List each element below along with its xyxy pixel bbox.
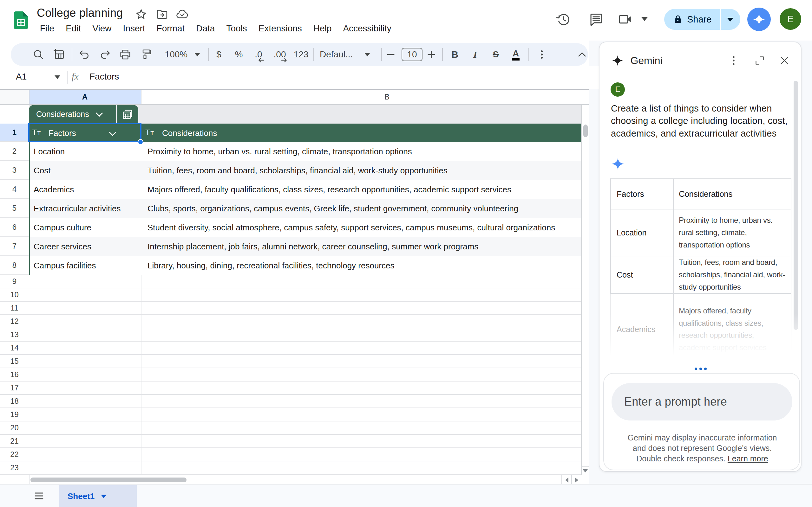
cell-A8[interactable]: Campus facilities — [34, 256, 96, 275]
meet-video-icon[interactable] — [617, 11, 633, 27]
cell-A4[interactable]: Academics — [34, 180, 74, 199]
menu-data[interactable]: Data — [190, 21, 220, 36]
zoom-dropdown-arrow[interactable] — [194, 53, 200, 56]
empty-row-21[interactable] — [29, 435, 581, 448]
expand-panel-icon[interactable] — [754, 55, 766, 66]
format-currency-button[interactable]: $ — [210, 43, 228, 66]
decrease-decimals-button[interactable]: .0 — [250, 43, 267, 66]
cell-B6[interactable]: Student diversity, social atmosphere, ca… — [148, 218, 555, 237]
column-header-a[interactable]: A — [29, 90, 141, 104]
namebox-dropdown-arrow[interactable] — [55, 75, 60, 79]
row-header-4[interactable]: 4 — [0, 180, 29, 199]
account-avatar[interactable]: E — [780, 8, 801, 30]
decrease-font-size-button[interactable] — [383, 43, 398, 66]
cell-A7[interactable]: Career services — [34, 237, 91, 256]
row-header-5[interactable]: 5 — [0, 199, 29, 218]
empty-row-14[interactable] — [29, 342, 581, 355]
menu-edit[interactable]: Edit — [60, 21, 87, 36]
empty-row-10[interactable] — [29, 288, 581, 302]
row-header-2[interactable]: 2 — [0, 142, 29, 161]
row-header-20[interactable]: 20 — [0, 421, 29, 435]
row-header-16[interactable]: 16 — [0, 368, 29, 382]
horizontal-scroll-thumb[interactable] — [31, 477, 187, 482]
all-sheets-menu-icon[interactable] — [35, 492, 44, 500]
row-header-17[interactable]: 17 — [0, 382, 29, 395]
increase-decimals-button[interactable]: .00 — [270, 43, 290, 66]
format-percent-button[interactable]: % — [230, 43, 248, 66]
row-header-10[interactable]: 10 — [0, 288, 29, 302]
menu-extensions[interactable]: Extensions — [253, 21, 308, 36]
gemini-button[interactable] — [747, 8, 771, 31]
empty-row-9[interactable] — [29, 275, 581, 288]
menu-insert[interactable]: Insert — [117, 21, 151, 36]
row-header-19[interactable]: 19 — [0, 408, 29, 421]
sheet-row-6[interactable]: Campus cultureStudent diversity, social … — [29, 218, 581, 237]
menu-file[interactable]: File — [34, 21, 60, 36]
row-header-11[interactable]: 11 — [0, 302, 29, 315]
cell-B8[interactable]: Library, housing, dining, recreational f… — [148, 256, 395, 275]
hide-menus-button[interactable] — [573, 43, 591, 66]
row-header-7[interactable]: 7 — [0, 237, 29, 256]
cell-B5[interactable]: Clubs, sports, organizations, campus eve… — [148, 199, 518, 218]
empty-row-15[interactable] — [29, 355, 581, 368]
print-button[interactable] — [116, 43, 134, 66]
doc-title[interactable]: College planning — [37, 6, 123, 20]
table-options-button[interactable] — [117, 105, 138, 124]
undo-button[interactable] — [75, 43, 93, 66]
row-header-12[interactable]: 12 — [0, 315, 29, 328]
scroll-down-button[interactable] — [581, 466, 589, 475]
strikethrough-button[interactable]: S — [487, 43, 505, 66]
cell-A6[interactable]: Campus culture — [34, 218, 91, 237]
table-name-chip[interactable]: Considerations — [29, 105, 116, 124]
close-panel-icon[interactable] — [778, 55, 791, 66]
row-header-6[interactable]: 6 — [0, 218, 29, 237]
menu-view[interactable]: View — [87, 21, 117, 36]
vertical-scrollbar[interactable] — [581, 105, 589, 475]
cloud-saved-icon[interactable] — [176, 8, 189, 21]
sheet-row-8[interactable]: Campus facilitiesLibrary, housing, dinin… — [29, 256, 581, 275]
panel-menu-icon[interactable] — [728, 55, 740, 66]
bold-button[interactable]: B — [446, 43, 464, 66]
panel-scroll-thumb[interactable] — [794, 81, 798, 330]
learn-more-link[interactable]: Learn more — [728, 454, 768, 463]
select-all-corner[interactable] — [0, 90, 29, 104]
sheet-row-2[interactable]: LocationProximity to home, urban vs. rur… — [29, 142, 581, 161]
text-color-button[interactable]: A — [507, 43, 525, 66]
empty-row-11[interactable] — [29, 302, 581, 315]
more-toolbar-button[interactable] — [533, 43, 551, 66]
increase-font-size-button[interactable] — [424, 43, 439, 66]
share-dropdown-arrow[interactable] — [727, 18, 733, 21]
empty-row-12[interactable] — [29, 315, 581, 328]
sheet-row-7[interactable]: Career servicesInternship placement, job… — [29, 237, 581, 256]
share-button[interactable]: Share — [664, 9, 740, 30]
horizontal-scrollbar[interactable] — [0, 475, 589, 484]
sheets-logo-icon[interactable] — [14, 11, 28, 29]
paint-format-button[interactable] — [137, 43, 155, 66]
more-formats-button[interactable]: 123 — [291, 43, 311, 66]
menu-accessibility[interactable]: Accessibility — [337, 21, 397, 36]
move-folder-icon[interactable] — [155, 8, 169, 21]
redo-button[interactable] — [96, 43, 114, 66]
sheet-tab[interactable]: Sheet1 — [59, 485, 137, 507]
column-header-b[interactable]: B — [141, 90, 581, 104]
empty-row-16[interactable] — [29, 368, 581, 382]
sheet-row-3[interactable]: CostTuition, fees, room and board, schol… — [29, 161, 581, 180]
search-menus-button[interactable] — [30, 43, 47, 66]
italic-button[interactable]: I — [466, 43, 484, 66]
empty-row-18[interactable] — [29, 395, 581, 408]
cell-A5[interactable]: Extracurricular activities — [34, 199, 121, 218]
cell-A3[interactable]: Cost — [34, 161, 50, 180]
cell-B4[interactable]: Majors offered, faculty qualifications, … — [148, 180, 511, 199]
insert-table-button[interactable] — [50, 43, 68, 66]
cell-B7[interactable]: Internship placement, job fairs, alumni … — [148, 237, 478, 256]
row-header-1[interactable]: 1 — [0, 124, 29, 142]
menu-help[interactable]: Help — [308, 21, 338, 36]
font-dropdown-arrow[interactable] — [364, 53, 370, 56]
sheet-tab-dropdown-arrow[interactable] — [101, 495, 107, 498]
cell-B2[interactable]: Proximity to home, urban vs. rural setti… — [148, 142, 412, 161]
row-header-23[interactable]: 23 — [0, 461, 29, 475]
empty-row-13[interactable] — [29, 328, 581, 342]
prompt-input[interactable]: Enter a prompt here — [612, 383, 792, 420]
sheet-row-4[interactable]: AcademicsMajors offered, faculty qualifi… — [29, 180, 581, 199]
row-header-15[interactable]: 15 — [0, 355, 29, 368]
